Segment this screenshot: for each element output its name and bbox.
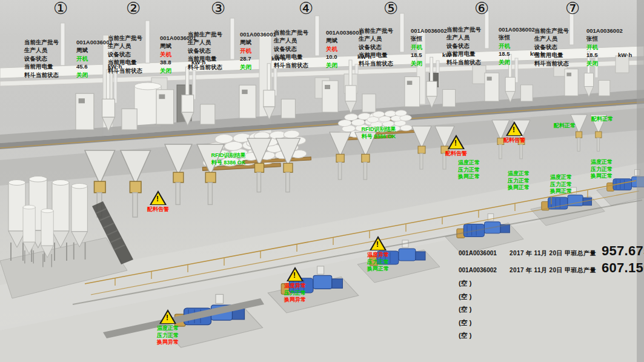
summary-empty-row: (空 ) <box>459 290 644 304</box>
annotation-text: 温度正常 <box>157 325 179 332</box>
value-operator: 周斌 <box>240 38 271 46</box>
station-7-number: ⑦ <box>565 0 580 18</box>
annotation-text: 压力正常 <box>458 167 480 174</box>
label-operator: 生产人员 <box>108 42 160 50</box>
summary-row: 001A0036002 2017 年 11月 20日 甲班总产量 607.150… <box>459 260 644 277</box>
warning-annotation: !温度正常压力正常换网异常 <box>157 309 179 346</box>
status-annotation: 温度正常压力正常换网正常 <box>550 174 572 195</box>
warning-annotation: !温度异常压力正常换网正常 <box>367 236 389 273</box>
summary-batch: 001A0036001 <box>459 250 510 256</box>
status-annotation: RFID识别结果料号 8386 OK <box>211 152 246 166</box>
label-hopper-status: 料斗当前状态 <box>359 59 411 67</box>
annotation-text: 换网正常 <box>458 173 480 181</box>
station-5-number: ⑤ <box>383 0 398 18</box>
value-hopper-status: 关闭 <box>586 59 618 67</box>
station-7-status-panel: 当前生产批号001A0036002 生产人员张恒 设备状态开机 当前用电量18.… <box>534 27 636 67</box>
value-device-status: 开机 <box>586 43 618 51</box>
value-power: 10.0 <box>326 53 357 61</box>
status-annotation: 温度正常压力正常换网正常 <box>508 170 529 192</box>
station-4-number: ④ <box>299 0 313 18</box>
status-annotation: 温度正常压力正常换网正常 <box>458 159 480 181</box>
label-power: 当前用电量 <box>359 51 411 59</box>
value-device-status: 开机 <box>499 42 530 50</box>
value-device-status: 开机 <box>76 55 108 62</box>
value-hopper-status: 关闭 <box>326 61 357 69</box>
value-hopper-status: 关闭 <box>240 63 271 71</box>
value-operator: 张恒 <box>586 35 618 42</box>
annotation-text: 换网异常 <box>157 339 179 346</box>
station-5-status-panel: 当前生产批号001A0036002 生产人员张恒 设备状态开机 当前用电量18.… <box>359 27 460 67</box>
warning-triangle-icon: ! <box>448 135 465 149</box>
annotation-text: 配料告警 <box>445 150 467 158</box>
label-hopper-status: 料斗当前状态 <box>274 61 326 69</box>
value-operator: 张恒 <box>411 35 442 42</box>
annotation-text: 配料告警 <box>147 206 169 213</box>
annotation-text: 温度正常 <box>508 170 529 178</box>
annotation-text: 换网异常 <box>284 297 306 304</box>
label-device-status: 设备状态 <box>188 47 240 55</box>
label-batch: 当前生产批号 <box>24 38 76 46</box>
warning-triangle-icon: ! <box>159 309 176 324</box>
value-power: 45.6 <box>76 62 108 70</box>
value-device-status: 关机 <box>326 45 357 53</box>
annotation-text: RFID识别结果 <box>211 152 246 159</box>
label-batch: 当前生产批号 <box>359 27 411 35</box>
label-hopper-status: 料斗当前状态 <box>188 63 240 71</box>
summary-empty-row: (空 ) <box>459 277 644 290</box>
warning-triangle-icon: ! <box>150 190 167 205</box>
value-batch: 001A0036002 <box>499 25 530 33</box>
value-batch: 001A0036002 <box>411 27 442 35</box>
value-batch: 001A0036002 <box>586 27 618 35</box>
label-batch: 当前生产批号 <box>108 34 160 42</box>
value-hopper-status: 关闭 <box>76 71 108 79</box>
production-summary: 001A0036001 2017 年 11月 20日 甲班总产量 957.675… <box>459 243 644 343</box>
summary-batch: 001A0036002 <box>459 267 510 273</box>
annotation-text: RFID识别结果 <box>362 126 396 133</box>
label-power: 当前用电量 <box>188 55 240 62</box>
summary-empty-row: (空 ) <box>459 303 644 317</box>
annotation-text: 温度异常 <box>367 252 389 259</box>
label-device-status: 设备状态 <box>359 43 411 51</box>
value-operator: 周斌 <box>326 36 357 44</box>
label-device-status: 设备状态 <box>24 55 76 62</box>
label-device-status: 设备状态 <box>108 50 160 58</box>
warning-triangle-icon: ! <box>506 121 523 136</box>
value-operator: 张恒 <box>499 33 530 41</box>
value-batch: 001A0036001 <box>76 38 108 46</box>
summary-total-value: 957.675 <box>602 243 644 259</box>
warning-annotation: !配料告警 <box>445 135 467 158</box>
value-batch: 001A0036001 <box>326 28 357 36</box>
annotation-text: 配料告警 <box>503 137 525 144</box>
label-batch: 当前生产批号 <box>446 25 499 33</box>
value-device-status: 开机 <box>411 43 442 51</box>
summary-label: 2017 年 11月 20日 甲班总产量 <box>510 266 602 275</box>
summary-label: 2017 年 11月 20日 甲班总产量 <box>510 249 602 258</box>
value-operator: 周斌 <box>160 42 191 50</box>
annotation-text: 换网正常 <box>367 266 389 273</box>
annotation-text: 料号 8386 OK <box>362 133 396 141</box>
label-operator: 生产人员 <box>188 38 240 46</box>
annotation-text: 压力正常 <box>508 178 529 185</box>
station-6-number: ⑥ <box>474 0 489 18</box>
label-power: 当前用电量 <box>274 53 326 61</box>
value-power: 18.5 <box>499 50 530 58</box>
warning-triangle-icon: ! <box>370 236 387 250</box>
label-power: 当前用电量 <box>108 58 160 66</box>
annotation-text: 温度正常 <box>550 174 572 181</box>
value-power: 18.5 <box>586 51 618 59</box>
annotation-text: 换网正常 <box>591 173 612 180</box>
warning-annotation: !配料告警 <box>503 121 525 144</box>
annotation-text: 配料正常 <box>554 122 576 130</box>
label-device-status: 设备状态 <box>274 45 326 53</box>
annotation-text: 压力正常 <box>367 259 389 266</box>
label-batch: 当前生产批号 <box>274 28 326 36</box>
annotation-text: 温度正常 <box>591 159 612 166</box>
status-annotation: 配料正常 <box>591 116 613 123</box>
label-hopper-status: 料斗当前状态 <box>108 67 160 75</box>
status-annotation: RFID识别结果料号 8386 OK <box>362 126 396 140</box>
value-batch: 001A0036001 <box>240 30 271 38</box>
annotation-text: 压力正常 <box>284 290 306 297</box>
label-batch: 当前生产批号 <box>188 30 240 38</box>
warning-annotation: !温度异常压力正常换网异常 <box>284 267 306 304</box>
value-device-status: 开机 <box>240 47 271 55</box>
